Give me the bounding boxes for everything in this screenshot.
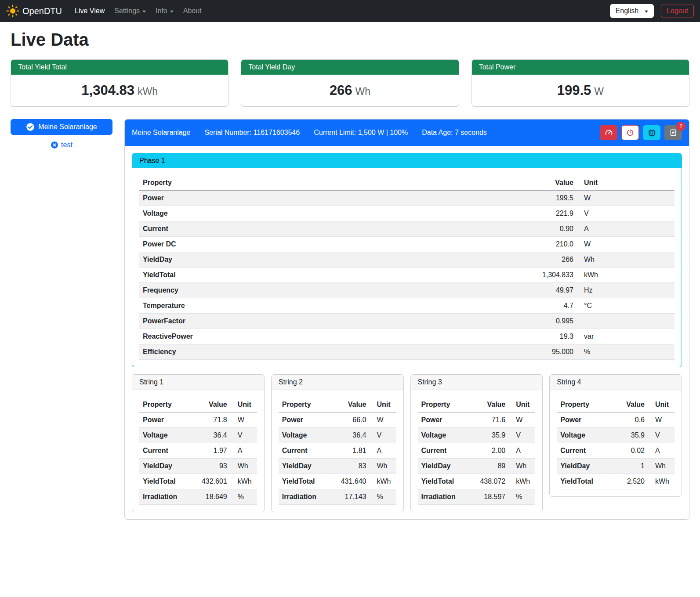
- table-row: Current 2.00 A: [418, 443, 536, 459]
- value-cell: 49.97: [524, 283, 577, 298]
- inverter-name: Meine Solaranlage: [132, 129, 190, 137]
- unit-cell: V: [509, 428, 535, 443]
- nav-live-view-label: Live View: [75, 7, 105, 15]
- value-cell: 1,304.833: [524, 268, 577, 283]
- nav-about[interactable]: About: [178, 4, 207, 18]
- unit-cell: W: [370, 412, 396, 428]
- nav-menu: Live View Settings Info About: [70, 4, 207, 18]
- card-title: Total Yield Total: [11, 60, 228, 75]
- string-2-title: String 2: [272, 375, 403, 390]
- string-3-card: String 3 Property Value Unit: [410, 374, 543, 512]
- value-cell: 18.597: [475, 489, 509, 505]
- property-cell: Power DC: [139, 237, 524, 252]
- language-select-value: English: [616, 7, 638, 15]
- total-power-card: Total Power 199.5W: [472, 59, 689, 107]
- table-row: ReactivePower 19.3 var: [139, 329, 675, 344]
- value-cell: 266: [524, 252, 577, 268]
- unit-cell: W: [509, 412, 535, 428]
- column-header-unit: Unit: [648, 397, 675, 412]
- column-header-property: Property: [557, 397, 615, 412]
- page-content: Live Data Total Yield Total 1,304.83kWh …: [0, 22, 700, 532]
- unit-cell: W: [648, 412, 675, 428]
- phase-title: Phase 1: [132, 153, 682, 168]
- caret-down-icon: [170, 11, 174, 13]
- unit-cell: %: [509, 489, 535, 505]
- device-info-button[interactable]: [643, 125, 660, 140]
- table-header-row: Property Value Unit: [139, 397, 257, 412]
- value-cell: 0.02: [615, 443, 648, 459]
- unit-cell: W: [577, 237, 675, 252]
- total-power-unit: W: [594, 86, 604, 97]
- column-header-unit: Unit: [509, 397, 535, 412]
- unit-cell: A: [231, 443, 257, 459]
- unit-cell: V: [577, 206, 675, 221]
- value-cell: 71.8: [197, 412, 231, 428]
- total-yield-total-unit: kWh: [138, 86, 158, 97]
- value-cell: 1.81: [337, 443, 370, 459]
- table-row: Efficiency 95.000 %: [139, 344, 675, 360]
- table-row: Current 0.90 A: [139, 221, 675, 237]
- nav-about-label: About: [183, 7, 202, 15]
- x-circle-icon: [51, 141, 58, 149]
- property-cell: YieldDay: [557, 459, 615, 474]
- table-row: YieldDay 93 Wh: [139, 459, 257, 474]
- table-row: Power 71.8 W: [139, 412, 257, 428]
- unit-cell: kWh: [648, 474, 675, 489]
- value-cell: 19.3: [524, 329, 577, 344]
- table-row: Power 199.5 W: [139, 191, 675, 206]
- property-cell: Efficiency: [139, 344, 524, 360]
- value-cell: 89: [475, 459, 509, 474]
- property-cell: Irradiation: [279, 489, 337, 505]
- unit-cell: %: [577, 344, 675, 360]
- table-row: Irradiation 17.143 %: [279, 489, 396, 505]
- table-row: YieldTotal 431.640 kWh: [279, 474, 396, 489]
- table-row: Voltage 36.4 V: [279, 428, 396, 443]
- column-header-value: Value: [197, 397, 231, 412]
- unit-cell: [577, 314, 675, 329]
- inverter-select-button[interactable]: Meine Solaranlage: [11, 119, 112, 135]
- table-row: PowerFactor 0.995: [139, 314, 675, 329]
- inverter-actions: 2: [600, 125, 682, 140]
- power-toggle-button[interactable]: [621, 125, 639, 140]
- column-header-unit: Unit: [370, 397, 396, 412]
- logout-button[interactable]: Logout: [661, 4, 694, 18]
- table-row: Irradiation 18.649 %: [139, 489, 257, 505]
- limit-settings-button[interactable]: [600, 125, 617, 140]
- power-icon: [626, 129, 634, 137]
- unit-cell: Wh: [231, 459, 257, 474]
- unit-cell: kWh: [231, 474, 257, 489]
- inverter-sidebar: Meine Solaranlage test: [11, 119, 112, 149]
- table-row: Irradiation 18.597 %: [418, 489, 536, 505]
- table-header-row: Property Value Unit: [557, 397, 675, 412]
- property-cell: YieldDay: [139, 459, 197, 474]
- table-row: Voltage 36.4 V: [139, 428, 257, 443]
- language-select[interactable]: English: [610, 4, 654, 18]
- caret-down-icon: [142, 11, 146, 13]
- value-cell: 36.4: [337, 428, 370, 443]
- unit-cell: %: [370, 489, 396, 505]
- unit-cell: var: [577, 329, 675, 344]
- nav-info-label: Info: [156, 7, 167, 15]
- nav-info[interactable]: Info: [151, 4, 178, 18]
- property-cell: YieldDay: [139, 252, 524, 268]
- value-cell: 17.143: [337, 489, 370, 505]
- nav-live-view[interactable]: Live View: [70, 4, 109, 18]
- total-power-value: 199.5: [557, 83, 591, 98]
- sidebar-item-test[interactable]: test: [11, 141, 112, 149]
- value-cell: 0.90: [524, 221, 577, 237]
- table-row: YieldDay 89 Wh: [418, 459, 536, 474]
- value-cell: 93: [197, 459, 231, 474]
- unit-cell: W: [577, 191, 675, 206]
- unit-cell: V: [231, 428, 257, 443]
- event-log-button[interactable]: 2: [664, 125, 682, 140]
- table-row: Current 0.02 A: [557, 443, 675, 459]
- column-header-value: Value: [337, 397, 370, 412]
- brand[interactable]: OpenDTU: [6, 4, 62, 18]
- nav-settings[interactable]: Settings: [109, 4, 151, 18]
- total-yield-day-value: 266: [330, 83, 352, 98]
- table-row: Voltage 35.9 V: [418, 428, 536, 443]
- event-count-badge: 2: [676, 122, 685, 131]
- journal-icon: [669, 129, 677, 137]
- inverter-card-header: Meine Solaranlage Serial Number: 1161716…: [125, 119, 689, 146]
- string-1-title: String 1: [132, 375, 264, 390]
